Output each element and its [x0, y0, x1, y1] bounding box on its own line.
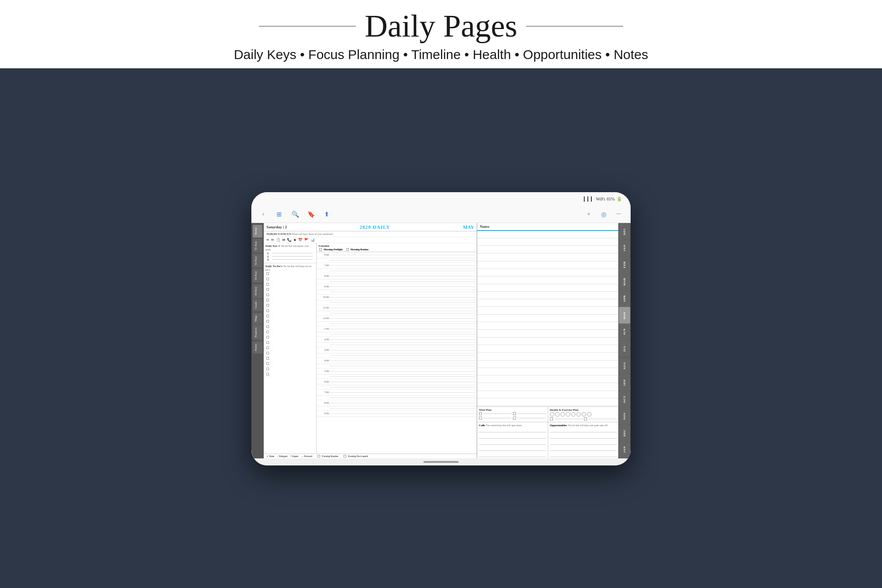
preflight-checkbox[interactable] — [319, 248, 322, 251]
sidebar-tab-goals[interactable]: Goals — [253, 299, 262, 311]
month-tab-sep[interactable]: SEP — [619, 374, 630, 391]
more-button[interactable]: ··· — [614, 209, 624, 219]
planner-date: Saturday | 2 — [266, 225, 287, 229]
todo-checkbox[interactable] — [266, 373, 269, 376]
todo-checkbox[interactable] — [266, 346, 269, 349]
icon-chart: 📊 — [310, 238, 315, 242]
circle-button[interactable]: ◎ — [599, 209, 609, 219]
health-row — [550, 417, 617, 421]
health-checkbox[interactable] — [584, 417, 587, 421]
month-tab-may[interactable]: MAY — [619, 307, 630, 324]
note-line — [477, 368, 618, 376]
evening-prelaunch-checkbox[interactable] — [344, 455, 346, 458]
health-section: Health & Exercise Plan — [548, 407, 619, 422]
wifi-icon: WiFi — [596, 197, 605, 201]
grid-button[interactable]: ⊞ — [274, 209, 284, 219]
todo-row — [265, 298, 273, 303]
todo-checkbox[interactable] — [266, 352, 269, 354]
health-circle — [555, 412, 560, 417]
todo-checkbox[interactable] — [266, 325, 269, 328]
evening-routine-checkbox[interactable] — [318, 455, 320, 458]
month-tab-dec-bot[interactable]: DEC — [619, 424, 630, 441]
meal-health-row: Meal Plan — [477, 407, 618, 422]
sidebar-tab-notes[interactable]: Notes — [253, 341, 262, 354]
page-title: Daily Pages — [365, 8, 517, 45]
header-line-left — [259, 26, 356, 26]
month-tab-nov[interactable]: NOV — [619, 408, 630, 424]
sidebar-tab-home[interactable]: Home — [253, 225, 262, 238]
sidebar-tab-01key[interactable]: 01 Key — [253, 238, 262, 253]
icon-star: ★ — [293, 238, 296, 242]
todo-checkbox[interactable] — [266, 272, 269, 275]
todo-row — [265, 361, 273, 367]
todo-checkbox[interactable] — [266, 299, 269, 301]
right-bottom: Meal Plan — [477, 406, 618, 458]
today-focus-label: TODAY'S FOCUS — [266, 232, 291, 236]
month-tab-jan-2[interactable]: JAN — [619, 441, 630, 458]
todo-section: Daily To-Do's The list that will keep yo… — [264, 263, 316, 454]
share-button[interactable]: ⬆ — [322, 209, 332, 219]
note-line — [477, 383, 618, 391]
add-button[interactable]: + — [584, 209, 594, 219]
note-line — [477, 261, 618, 269]
todo-checkbox[interactable] — [266, 304, 269, 307]
month-tab-oct[interactable]: OCT — [619, 391, 630, 408]
todo-checkbox[interactable] — [266, 309, 269, 312]
meal-checkbox[interactable] — [513, 417, 516, 420]
month-tab-dec-top[interactable]: DEC — [619, 223, 630, 240]
month-tab-aug[interactable]: AUG — [619, 357, 630, 374]
note-line — [477, 315, 618, 322]
health-checkbox[interactable] — [550, 417, 553, 421]
todo-row — [265, 319, 273, 324]
month-tab-mar[interactable]: MAR — [619, 273, 630, 290]
todo-checkbox[interactable] — [266, 288, 269, 291]
todo-row — [265, 351, 273, 356]
back-button[interactable]: ‹ — [258, 209, 268, 219]
planner-area: Saturday | 2 2020 DAILY MAY TODAY'S FOCU… — [264, 223, 618, 458]
todo-checkbox[interactable] — [266, 315, 269, 317]
month-tab-apr[interactable]: APR — [619, 290, 630, 307]
call-line — [479, 453, 546, 457]
month-tab-jul[interactable]: JUL — [619, 340, 630, 357]
meal-checkbox[interactable] — [513, 412, 516, 415]
note-line — [477, 299, 618, 307]
meal-checkbox[interactable] — [479, 412, 482, 415]
todo-checkbox[interactable] — [266, 357, 269, 360]
todo-checkbox[interactable] — [266, 336, 269, 339]
search-button[interactable]: 🔍 — [290, 209, 300, 219]
sidebar-tab-02key[interactable]: 02 Key — [253, 253, 262, 268]
month-tab-feb[interactable]: FEB — [619, 257, 630, 273]
meal-checkbox[interactable] — [479, 417, 482, 420]
schedule-header: Schedule Morning Preflight Morning Routi… — [317, 243, 477, 252]
todo-checkbox[interactable] — [266, 331, 269, 333]
todo-checkbox[interactable] — [266, 362, 269, 365]
meal-section: Meal Plan — [477, 407, 548, 422]
planner-footer: ✓ Done ↑ Delegate ! Urgent → Forward Eve… — [264, 454, 477, 458]
time-slot-half — [317, 343, 477, 347]
header-subtitle: Daily Keys • Focus Planning • Timeline •… — [234, 47, 648, 62]
time-slot-half — [317, 269, 477, 273]
time-slot: 7:00 — [317, 263, 477, 269]
sidebar-tab-mtgs[interactable]: Mtgs — [253, 313, 262, 324]
key-item-3: 3 — [267, 258, 313, 261]
time-slot: 8:00 — [317, 273, 477, 279]
todo-checkbox[interactable] — [266, 320, 269, 323]
month-tab-jan-1[interactable]: JAN — [619, 240, 630, 257]
todo-checkbox[interactable] — [266, 341, 269, 344]
todo-checkbox[interactable] — [266, 278, 269, 280]
home-bar — [423, 461, 459, 463]
sidebar-tab-03key[interactable]: 03 Key — [253, 268, 262, 283]
bookmark-button[interactable]: 🔖 — [306, 209, 316, 219]
routine-checkbox[interactable] — [346, 248, 349, 251]
todo-checkbox[interactable] — [266, 294, 269, 296]
todo-checkbox[interactable] — [266, 283, 269, 286]
health-circle — [550, 412, 554, 417]
sidebar-tab-projects[interactable]: Projects — [253, 325, 262, 340]
icon-book: 📋 — [276, 238, 280, 242]
sidebar-tab-04key[interactable]: 04 Key — [253, 284, 262, 298]
opportunities-section: Opportunities The list that will help yo… — [548, 422, 619, 458]
time-slot: 10:00 — [317, 294, 477, 301]
todo-checkbox[interactable] — [266, 368, 269, 370]
note-line — [477, 269, 618, 276]
month-tab-jun[interactable]: JUN — [619, 324, 630, 340]
